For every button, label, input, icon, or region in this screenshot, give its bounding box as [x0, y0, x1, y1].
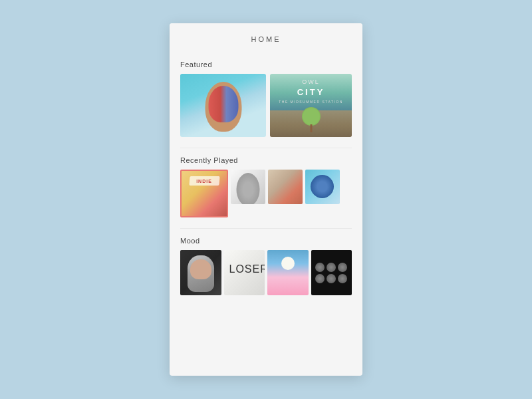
recent-small-col2 [268, 170, 303, 204]
recent-item-rc4[interactable] [305, 170, 340, 204]
recent-item-rc1[interactable] [180, 170, 228, 217]
owl-city-text: OWL CITY THE MIDSUMMER STATION [279, 78, 343, 104]
mood-grid: LOSER [180, 250, 352, 295]
circle-1 [315, 263, 325, 272]
mood-item-md4[interactable] [311, 250, 352, 295]
circles-grid [315, 263, 347, 283]
mood-item-md2[interactable]: LOSER [224, 250, 265, 295]
circle-4 [315, 274, 325, 283]
featured-grid: OWL CITY THE MIDSUMMER STATION [180, 74, 352, 137]
recent-small-col1 [231, 170, 265, 204]
circle-3 [338, 263, 347, 272]
mood-title: Mood [180, 237, 352, 245]
recently-played-section: Recently Played [170, 148, 362, 228]
recent-item-rc3[interactable] [268, 170, 303, 204]
circle-6 [338, 274, 347, 283]
mood-section: Mood LOSER [170, 229, 362, 306]
circle-5 [327, 274, 336, 283]
recent-item-rc2[interactable] [231, 170, 265, 204]
page-title: HOME [251, 35, 281, 43]
featured-title: Featured [180, 61, 352, 68]
owl-city-tree-icon [302, 107, 321, 126]
recent-small-col3 [305, 170, 340, 204]
page-header: HOME [170, 23, 362, 53]
featured-section: Featured OWL CITY THE MIDSUMMER STATION [170, 53, 362, 148]
recently-played-title: Recently Played [180, 156, 352, 164]
bottom-space [170, 306, 362, 319]
featured-item-fka-twigs[interactable] [180, 74, 266, 137]
mood-item-md3[interactable] [267, 250, 309, 295]
mood-item-md1[interactable] [180, 250, 221, 295]
loser-text: LOSER [229, 263, 265, 275]
app-window: HOME Featured OWL CITY THE MIDSUMMER STA… [170, 23, 362, 376]
recently-played-grid [180, 170, 352, 217]
featured-item-owl-city[interactable]: OWL CITY THE MIDSUMMER STATION [270, 74, 352, 137]
circle-2 [327, 263, 336, 272]
